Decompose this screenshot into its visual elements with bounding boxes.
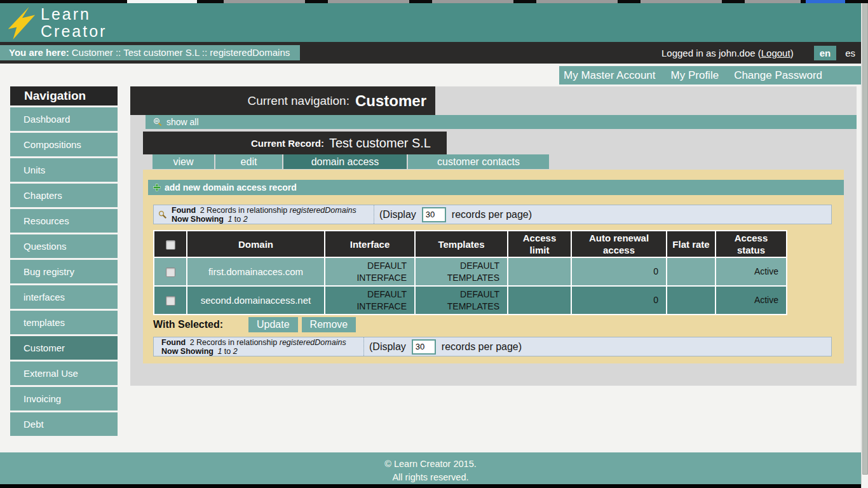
sidebar-item-external-use[interactable]: External Use bbox=[10, 362, 118, 385]
cell-templates: DEFAULT TEMPLATES bbox=[416, 287, 507, 314]
table-header-row: Domain Interface Templates Access limit … bbox=[154, 231, 786, 257]
add-domain-access-record-button[interactable]: add new domain access record bbox=[148, 180, 844, 195]
found-label: Found bbox=[161, 338, 186, 347]
language-es-button[interactable]: es bbox=[845, 48, 855, 58]
with-selected-label: With Selected: bbox=[153, 319, 248, 330]
table-row: first.domainacces.com DEFAULT INTERFACE … bbox=[154, 258, 786, 285]
app-header: Learn Creator bbox=[0, 3, 868, 42]
cell-auto-renewal-access: 0 bbox=[572, 287, 666, 314]
select-row-checkbox[interactable] bbox=[166, 268, 175, 277]
browser-tab-segment bbox=[328, 0, 409, 3]
language-en-button[interactable]: en bbox=[814, 46, 837, 60]
sidebar-item-resources[interactable]: Resources bbox=[10, 209, 118, 233]
showing-to: 2 bbox=[233, 347, 238, 356]
now-showing-label: Now Showing bbox=[161, 347, 214, 356]
scrollbar-thumb[interactable] bbox=[862, 1, 868, 475]
tab-view[interactable]: view bbox=[153, 154, 214, 169]
column-header-domain: Domain bbox=[187, 231, 324, 257]
domain-access-panel: add new domain access record Found 2 Rec… bbox=[143, 170, 844, 363]
search-icon bbox=[158, 210, 167, 219]
cell-access-status: Active bbox=[716, 287, 786, 314]
breadcrumb: You are here:Customer :: Test customer S… bbox=[0, 45, 300, 60]
sidebar-item-debt[interactable]: Debt bbox=[10, 412, 118, 436]
records-per-page-label: records per page) bbox=[442, 341, 522, 353]
tab-domain-access[interactable]: domain access bbox=[283, 154, 407, 169]
record-tabs: view edit domain access customer contact… bbox=[153, 154, 549, 169]
app-logo[interactable]: Learn Creator bbox=[41, 6, 107, 40]
sidebar-item-customer[interactable]: Customer bbox=[10, 336, 118, 360]
showing-join: to bbox=[234, 215, 241, 224]
with-selected-row: With Selected: Update Remove bbox=[153, 317, 360, 332]
sidebar-item-interfaces[interactable]: interfaces bbox=[10, 285, 118, 309]
column-header-templates: Templates bbox=[416, 231, 507, 257]
browser-tab-segment bbox=[127, 0, 197, 3]
current-record-bar: Current Record: Test customer S.L bbox=[143, 132, 447, 154]
table-row: second.domainaccess.net DEFAULT INTERFAC… bbox=[154, 287, 786, 314]
column-header-auto-renewal-access: Auto renewal access bbox=[572, 231, 666, 257]
display-label: (Display bbox=[369, 341, 406, 353]
showing-from: 1 bbox=[227, 215, 232, 224]
logged-in-text: Logged in as john.doe ( bbox=[661, 48, 761, 58]
cell-access-status: Active bbox=[716, 258, 786, 285]
showing-to: 2 bbox=[243, 215, 248, 224]
footer-copyright: © Learn Creator 2015. bbox=[0, 458, 861, 471]
records-per-page-input[interactable] bbox=[412, 339, 436, 355]
select-row-checkbox[interactable] bbox=[166, 296, 175, 306]
cell-flat-rate bbox=[667, 287, 715, 314]
sidebar-item-compositions[interactable]: Compositions bbox=[10, 133, 118, 156]
sidebar: Navigation Dashboard Compositions Units … bbox=[10, 86, 118, 436]
sidebar-item-questions[interactable]: Questions bbox=[10, 234, 118, 258]
pagination-bar-bottom: Found 2 Records in relationship register… bbox=[153, 337, 832, 356]
cell-templates: DEFAULT TEMPLATES bbox=[416, 258, 507, 285]
add-record-label: add new domain access record bbox=[165, 182, 297, 193]
header-checkbox-cell bbox=[154, 231, 186, 257]
menu-my-profile[interactable]: My Profile bbox=[671, 69, 719, 82]
current-record-value: Test customer S.L bbox=[329, 136, 431, 151]
remove-button[interactable]: Remove bbox=[302, 317, 356, 332]
tab-customer-contacts[interactable]: customer contacts bbox=[408, 154, 549, 169]
showing-from: 1 bbox=[217, 347, 222, 356]
show-all-bar[interactable]: show all bbox=[146, 115, 857, 129]
pagination-icon-cell bbox=[154, 210, 172, 219]
browser-tab-segment bbox=[806, 0, 845, 3]
sidebar-item-templates[interactable]: templates bbox=[10, 311, 118, 334]
records-per-page-control: (Display records per page) bbox=[374, 205, 532, 224]
relationship-name: registeredDomains bbox=[280, 338, 346, 347]
menu-my-master-account[interactable]: My Master Account bbox=[564, 69, 656, 82]
cell-access-limit bbox=[508, 287, 571, 314]
browser-tab-segment bbox=[224, 0, 305, 3]
top-bar: You are here:Customer :: Test customer S… bbox=[0, 42, 868, 64]
browser-tab-strip bbox=[0, 0, 868, 3]
cell-interface: DEFAULT INTERFACE bbox=[325, 287, 414, 314]
sidebar-item-bug-registry[interactable]: Bug registry bbox=[10, 260, 118, 283]
found-records-summary: Found 2 Records in relationship register… bbox=[172, 206, 374, 224]
relationship-name: registeredDomains bbox=[290, 206, 356, 215]
pagination-bar-top: Found 2 Records in relationship register… bbox=[153, 205, 832, 224]
cell-access-limit bbox=[508, 258, 571, 285]
now-showing-label: Now Showing bbox=[172, 215, 224, 224]
browser-tab-segment bbox=[745, 0, 801, 3]
column-header-interface: Interface bbox=[325, 231, 414, 257]
sidebar-item-dashboard[interactable]: Dashboard bbox=[10, 107, 118, 131]
select-all-checkbox[interactable] bbox=[166, 240, 175, 250]
scrollbar[interactable] bbox=[861, 0, 868, 488]
found-records-summary: Found 2 Records in relationship register… bbox=[161, 338, 363, 356]
sidebar-item-chapters[interactable]: Chapters bbox=[10, 184, 118, 207]
cell-flat-rate bbox=[667, 258, 715, 285]
found-text: 2 Records in relationship bbox=[200, 206, 288, 215]
showing-join: to bbox=[224, 347, 231, 356]
column-header-access-limit: Access limit bbox=[508, 231, 571, 257]
sidebar-item-invoicing[interactable]: Invoicing bbox=[10, 387, 118, 410]
session-info: Logged in as john.doe (Logout) en es bbox=[661, 42, 855, 64]
records-per-page-input[interactable] bbox=[422, 207, 446, 222]
tab-edit[interactable]: edit bbox=[215, 154, 282, 169]
logout-link[interactable]: Logout bbox=[761, 48, 790, 58]
found-text: 2 Records in relationship bbox=[190, 338, 278, 347]
sidebar-item-units[interactable]: Units bbox=[10, 158, 118, 182]
menu-change-password[interactable]: Change Password bbox=[734, 69, 822, 82]
account-menu: My Master Account My Profile Change Pass… bbox=[559, 66, 862, 85]
column-header-access-status: Access status bbox=[716, 231, 786, 257]
update-button[interactable]: Update bbox=[248, 317, 298, 332]
footer-rights: All rights reserved. bbox=[0, 471, 861, 484]
screen: Learn Creator You are here:Customer :: T… bbox=[0, 0, 868, 488]
